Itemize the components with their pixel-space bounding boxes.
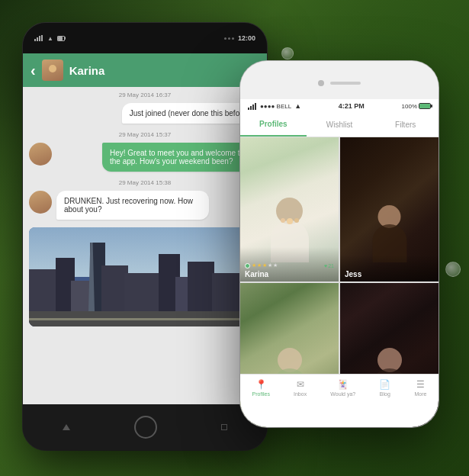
profile-card-jess[interactable]: Jess xyxy=(340,137,438,281)
wouldya-nav-icon: 🃏 xyxy=(337,379,349,390)
iphone-tab-bar: Profiles Wishlist Filters xyxy=(240,113,438,137)
nav-wouldya[interactable]: 🃏 Would ya? xyxy=(330,379,355,397)
inbox-nav-icon: ✉ xyxy=(297,379,304,390)
profile-name-jess: Jess xyxy=(345,270,434,278)
profile-name-karina: Karina xyxy=(245,270,334,278)
nav-more[interactable]: ☰ More xyxy=(414,379,426,397)
iphone-time: 4:21 PM xyxy=(339,102,365,110)
nav-profiles-label: Profiles xyxy=(252,391,270,397)
android-back-icon[interactable] xyxy=(63,424,70,430)
bubble-text-3: DRUNKEN. Just recovering now. How about … xyxy=(56,191,209,220)
bubble-text-2: Hey! Great to meet you and welcome to th… xyxy=(102,143,255,172)
chat-avatar-2 xyxy=(29,191,52,214)
nav-wouldya-label: Would ya? xyxy=(330,391,355,397)
back-button[interactable]: ‹ xyxy=(31,62,36,79)
nav-more-label: More xyxy=(414,391,426,397)
nav-inbox-label: Inbox xyxy=(294,391,307,397)
karina-hearts: 21 xyxy=(328,263,334,269)
tab-profiles[interactable]: Profiles xyxy=(240,113,307,137)
timestamp-1: 29 May 2014 16:37 xyxy=(23,92,267,98)
chat-contact-name: Karina xyxy=(69,64,105,77)
profiles-nav-icon: 📍 xyxy=(255,379,267,390)
chat-message-3: DRUNKEN. Just recovering now. How about … xyxy=(23,191,267,220)
nav-blog[interactable]: 📄 Blog xyxy=(379,379,390,397)
tab-wishlist[interactable]: Wishlist xyxy=(307,113,373,137)
profile-card-karina[interactable]: ★ ★ ★ ★ ★ ♥ 21 Karina xyxy=(240,137,339,281)
blog-nav-icon: 📄 xyxy=(379,379,390,390)
wifi-icon: ▲ xyxy=(294,102,301,110)
more-nav-icon: ☰ xyxy=(416,379,425,390)
nav-profiles[interactable]: 📍 Profiles xyxy=(252,379,270,397)
iphone-camera xyxy=(318,80,324,86)
android-nav-header: ‹ Karina xyxy=(23,53,267,87)
android-phone: ▲ 12:00 ‹ Karina xyxy=(23,23,267,450)
carrier-label: ●●●● BELL xyxy=(260,103,291,110)
timestamp-2: 29 May 2014 15:37 xyxy=(23,131,267,138)
timestamp-3: 29 May 2014 15:38 xyxy=(23,179,267,186)
android-status-bar: ▲ 12:00 xyxy=(23,23,267,53)
chat-area: 29 May 2014 16:37 Just joined (never don… xyxy=(23,87,267,404)
chat-message-1: Just joined (never done this before :) xyxy=(23,103,267,124)
tab-filters[interactable]: Filters xyxy=(372,113,438,137)
iphone-bottom-nav: 📍 Profiles ✉ Inbox 🃏 Would ya? 📄 Blog ☰ … xyxy=(240,374,438,427)
chat-message-2: Hey! Great to meet you and welcome to th… xyxy=(23,143,267,172)
iphone-top-bezel xyxy=(240,61,438,99)
nav-inbox[interactable]: ✉ Inbox xyxy=(294,379,307,397)
android-home-icon[interactable] xyxy=(134,416,157,439)
android-screen: ‹ Karina 29 May 2014 16:37 Just joined (… xyxy=(23,53,267,404)
iphone-status-bar: ●●●● BELL ▲ 4:21 PM 100% xyxy=(240,99,438,113)
android-recent-icon[interactable] xyxy=(221,424,227,430)
iphone-speaker xyxy=(330,82,361,85)
city-photo xyxy=(29,227,261,326)
chat-avatar xyxy=(29,143,52,166)
battery-label: 100% xyxy=(402,103,417,110)
android-bottom-nav xyxy=(23,404,267,450)
android-time: 12:00 xyxy=(238,34,255,42)
nav-blog-label: Blog xyxy=(380,391,390,397)
iphone: ●●●● BELL ▲ 4:21 PM 100% Profiles Wishli… xyxy=(240,61,438,427)
